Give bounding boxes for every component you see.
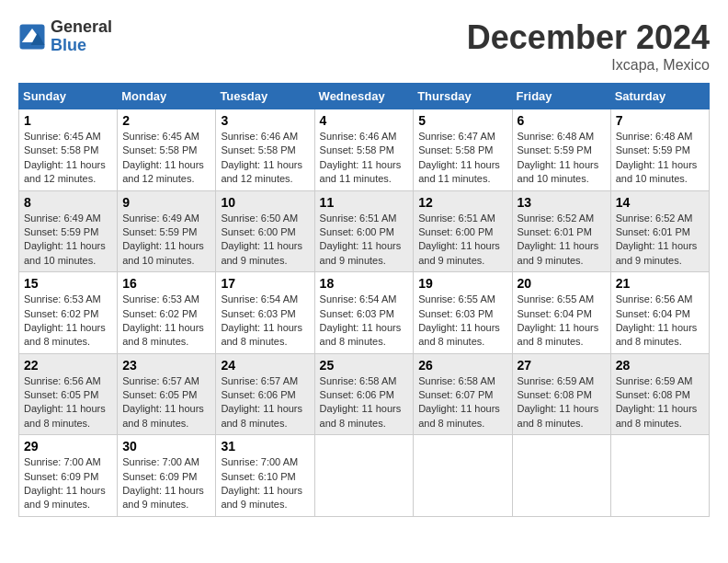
col-thursday: Thursday [414, 84, 512, 109]
calendar-cell: 12 Sunrise: 6:51 AM Sunset: 6:00 PM Dayl… [414, 190, 512, 272]
sunrise-info: Sunrise: 6:51 AM [320, 213, 397, 224]
daylight-info: Daylight: 11 hours and 12 minutes. [221, 159, 302, 184]
sunrise-info: Sunrise: 6:59 AM [616, 375, 693, 386]
week-row-3: 15 Sunrise: 6:53 AM Sunset: 6:02 PM Dayl… [19, 272, 710, 354]
sunset-info: Sunset: 6:01 PM [518, 226, 592, 237]
daylight-info: Daylight: 11 hours and 9 minutes. [221, 485, 302, 510]
col-tuesday: Tuesday [216, 84, 314, 109]
daylight-info: Daylight: 11 hours and 8 minutes. [122, 403, 204, 428]
sunrise-info: Sunrise: 7:00 AM [122, 456, 199, 467]
daylight-info: Daylight: 11 hours and 12 minutes. [24, 159, 106, 184]
sunrise-info: Sunrise: 6:53 AM [122, 293, 199, 304]
daylight-info: Daylight: 11 hours and 8 minutes. [320, 403, 402, 428]
sunset-info: Sunset: 6:04 PM [616, 308, 690, 319]
day-number: 21 [616, 276, 704, 291]
page-header: General Blue December 2024 Ixcapa, Mexic… [18, 18, 710, 74]
week-row-4: 22 Sunrise: 6:56 AM Sunset: 6:05 PM Dayl… [19, 353, 710, 435]
calendar-cell: 28 Sunrise: 6:59 AM Sunset: 6:08 PM Dayl… [610, 353, 709, 435]
day-number: 15 [24, 276, 112, 291]
col-wednesday: Wednesday [314, 84, 414, 109]
sunset-info: Sunset: 6:03 PM [221, 308, 295, 319]
daylight-info: Daylight: 11 hours and 10 minutes. [122, 240, 204, 265]
sunset-info: Sunset: 5:58 PM [418, 144, 493, 155]
week-row-5: 29 Sunrise: 7:00 AM Sunset: 6:09 PM Dayl… [19, 435, 710, 517]
daylight-info: Daylight: 11 hours and 9 minutes. [418, 240, 500, 265]
col-friday: Friday [512, 84, 610, 109]
daylight-info: Daylight: 11 hours and 8 minutes. [320, 322, 402, 347]
sunrise-info: Sunrise: 6:58 AM [418, 375, 495, 386]
sunrise-info: Sunrise: 7:00 AM [24, 456, 101, 467]
title-area: December 2024 Ixcapa, Mexico [467, 18, 710, 74]
daylight-info: Daylight: 11 hours and 8 minutes. [616, 322, 698, 347]
daylight-info: Daylight: 11 hours and 8 minutes. [418, 322, 500, 347]
daylight-info: Daylight: 11 hours and 9 minutes. [24, 485, 106, 510]
sunrise-info: Sunrise: 6:55 AM [418, 293, 495, 304]
calendar-cell: 2 Sunrise: 6:45 AM Sunset: 5:58 PM Dayli… [118, 109, 216, 191]
daylight-info: Daylight: 11 hours and 8 minutes. [518, 322, 599, 347]
sunrise-info: Sunrise: 6:48 AM [518, 131, 595, 142]
calendar-cell [610, 435, 709, 517]
sunset-info: Sunset: 5:59 PM [24, 226, 98, 237]
calendar-cell: 22 Sunrise: 6:56 AM Sunset: 6:05 PM Dayl… [19, 353, 118, 435]
sunrise-info: Sunrise: 6:50 AM [221, 213, 298, 224]
calendar-cell [512, 435, 610, 517]
sunrise-info: Sunrise: 6:52 AM [518, 213, 595, 224]
day-number: 25 [320, 358, 409, 373]
calendar-cell: 6 Sunrise: 6:48 AM Sunset: 5:59 PM Dayli… [512, 109, 610, 191]
sunset-info: Sunset: 5:58 PM [221, 144, 295, 155]
day-number: 11 [320, 195, 409, 210]
sunset-info: Sunset: 5:59 PM [122, 226, 197, 237]
sunrise-info: Sunrise: 6:57 AM [221, 375, 298, 386]
calendar-cell: 23 Sunrise: 6:57 AM Sunset: 6:05 PM Dayl… [118, 353, 216, 435]
sunrise-info: Sunrise: 6:55 AM [518, 293, 595, 304]
sunset-info: Sunset: 6:06 PM [221, 389, 295, 400]
col-sunday: Sunday [19, 84, 118, 109]
day-number: 28 [616, 358, 704, 373]
daylight-info: Daylight: 11 hours and 9 minutes. [616, 240, 698, 265]
day-number: 2 [122, 113, 210, 128]
sunset-info: Sunset: 6:08 PM [616, 389, 690, 400]
sunrise-info: Sunrise: 6:54 AM [320, 293, 397, 304]
calendar-cell: 10 Sunrise: 6:50 AM Sunset: 6:00 PM Dayl… [216, 190, 314, 272]
sunset-info: Sunset: 6:04 PM [518, 308, 592, 319]
sunrise-info: Sunrise: 6:45 AM [122, 131, 199, 142]
sunset-info: Sunset: 6:00 PM [221, 226, 295, 237]
calendar-cell [314, 435, 414, 517]
day-number: 5 [418, 113, 506, 128]
sunrise-info: Sunrise: 6:46 AM [221, 131, 298, 142]
day-number: 10 [221, 195, 309, 210]
calendar-cell: 25 Sunrise: 6:58 AM Sunset: 6:06 PM Dayl… [314, 353, 414, 435]
day-number: 16 [122, 276, 210, 291]
sunset-info: Sunset: 6:10 PM [221, 471, 295, 482]
sunrise-info: Sunrise: 6:57 AM [122, 375, 199, 386]
calendar-cell: 24 Sunrise: 6:57 AM Sunset: 6:06 PM Dayl… [216, 353, 314, 435]
daylight-info: Daylight: 11 hours and 9 minutes. [122, 485, 204, 510]
sunrise-info: Sunrise: 6:52 AM [616, 213, 693, 224]
day-number: 1 [24, 113, 112, 128]
sunrise-info: Sunrise: 6:45 AM [24, 131, 101, 142]
day-number: 4 [320, 113, 409, 128]
sunset-info: Sunset: 5:59 PM [616, 144, 690, 155]
day-number: 7 [616, 113, 704, 128]
calendar-cell: 16 Sunrise: 6:53 AM Sunset: 6:02 PM Dayl… [118, 272, 216, 354]
sunrise-info: Sunrise: 6:51 AM [418, 213, 495, 224]
calendar-cell: 15 Sunrise: 6:53 AM Sunset: 6:02 PM Dayl… [19, 272, 118, 354]
logo-blue: Blue [51, 37, 112, 55]
sunset-info: Sunset: 6:07 PM [418, 389, 493, 400]
day-number: 20 [518, 276, 606, 291]
calendar-header-row: Sunday Monday Tuesday Wednesday Thursday… [19, 84, 710, 109]
day-number: 3 [221, 113, 309, 128]
calendar-cell [414, 435, 512, 517]
calendar-cell: 17 Sunrise: 6:54 AM Sunset: 6:03 PM Dayl… [216, 272, 314, 354]
calendar-cell: 8 Sunrise: 6:49 AM Sunset: 5:59 PM Dayli… [19, 190, 118, 272]
day-number: 30 [122, 439, 210, 454]
day-number: 8 [24, 195, 112, 210]
daylight-info: Daylight: 11 hours and 10 minutes. [518, 159, 599, 184]
day-number: 26 [418, 358, 506, 373]
calendar-cell: 27 Sunrise: 6:59 AM Sunset: 6:08 PM Dayl… [512, 353, 610, 435]
sunset-info: Sunset: 6:02 PM [122, 308, 197, 319]
daylight-info: Daylight: 11 hours and 9 minutes. [221, 240, 302, 265]
day-number: 24 [221, 358, 309, 373]
daylight-info: Daylight: 11 hours and 9 minutes. [320, 240, 402, 265]
daylight-info: Daylight: 11 hours and 11 minutes. [418, 159, 500, 184]
